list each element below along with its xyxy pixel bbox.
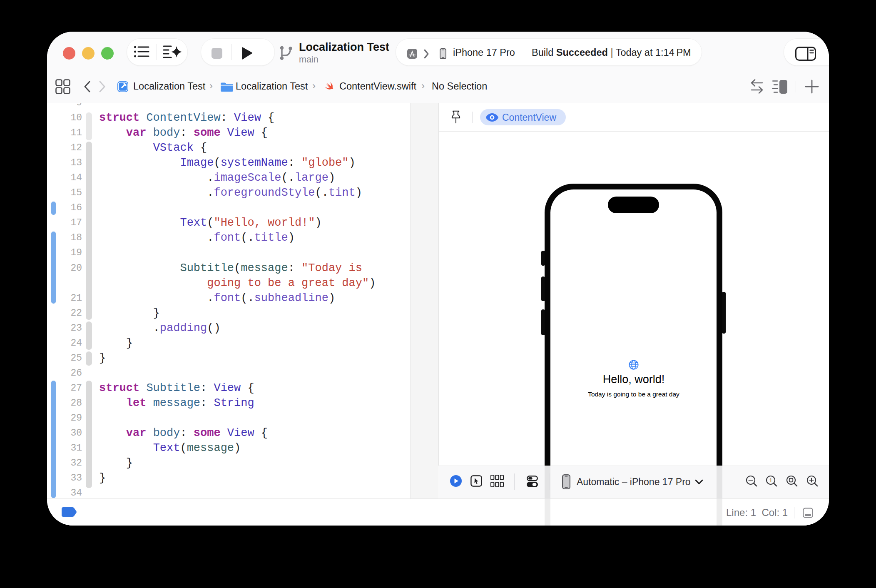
svg-text:1: 1	[769, 477, 772, 483]
